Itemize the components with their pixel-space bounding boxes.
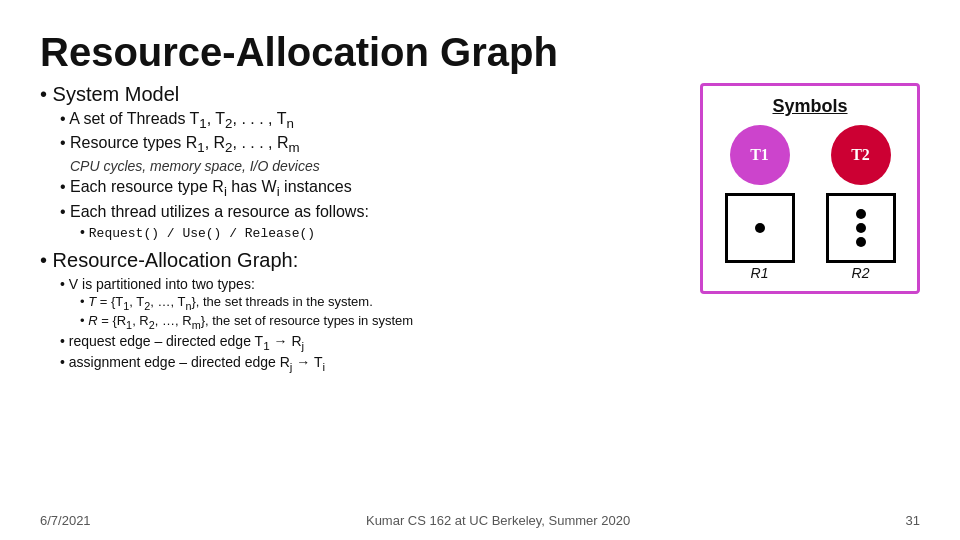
r2-dot-3 <box>856 237 866 247</box>
resource-types-bullet: • Resource types R1, R2, . . . , Rm <box>60 134 680 155</box>
left-column: • System Model • A set of Threads T1, T2… <box>40 83 700 374</box>
cpu-note: CPU cycles, memory space, I/O devices <box>70 158 680 174</box>
r1-box <box>725 193 795 263</box>
slide-title: Resource-Allocation Graph <box>40 30 920 75</box>
rag-heading: • Resource-Allocation Graph: <box>40 249 680 272</box>
symbols-grid: T1 T2 R1 <box>713 125 907 281</box>
t1-node: T1 <box>730 125 790 185</box>
footer-center: Kumar CS 162 at UC Berkeley, Summer 2020 <box>366 513 630 528</box>
r1-label: R1 <box>751 265 769 281</box>
footer-page: 31 <box>906 513 920 528</box>
v-partitioned: • V is partitioned into two types: <box>60 276 680 292</box>
slide: Resource-Allocation Graph • System Model… <box>0 0 960 540</box>
footer: 6/7/2021 Kumar CS 162 at UC Berkeley, Su… <box>40 513 920 528</box>
r2-dot-2 <box>856 223 866 233</box>
main-content: • System Model • A set of Threads T1, T2… <box>40 83 920 374</box>
thread-utilizes-bullet: • Each thread utilizes a resource as fol… <box>60 203 680 221</box>
r1-cell: R1 <box>713 193 806 281</box>
t2-node: T2 <box>831 125 891 185</box>
request-edge: • request edge – directed edge T1 → Rj <box>60 333 680 352</box>
r2-cell: R2 <box>814 193 907 281</box>
r2-box <box>826 193 896 263</box>
t1-cell: T1 <box>713 125 806 185</box>
symbols-title: Symbols <box>713 96 907 117</box>
t2-cell: T2 <box>814 125 907 185</box>
threads-bullet: • A set of Threads T1, T2, . . . , Tn <box>60 110 680 131</box>
assignment-edge: • assignment edge – directed edge Rj → T… <box>60 354 680 373</box>
r2-dots <box>854 207 868 249</box>
footer-date: 6/7/2021 <box>40 513 91 528</box>
r-set: • R = {R1, R2, …, Rm}, the set of resour… <box>80 313 680 331</box>
t-set: • T = {T1, T2, …, Tn}, the set threads i… <box>80 294 680 312</box>
symbols-box: Symbols T1 T2 <box>700 83 920 294</box>
request-use-release: • Request() / Use() / Release() <box>80 224 680 241</box>
r1-dot <box>755 223 765 233</box>
instances-bullet: • Each resource type Ri has Wi instances <box>60 178 680 199</box>
r2-label: R2 <box>852 265 870 281</box>
system-model-heading: • System Model <box>40 83 680 106</box>
r2-dot-1 <box>856 209 866 219</box>
